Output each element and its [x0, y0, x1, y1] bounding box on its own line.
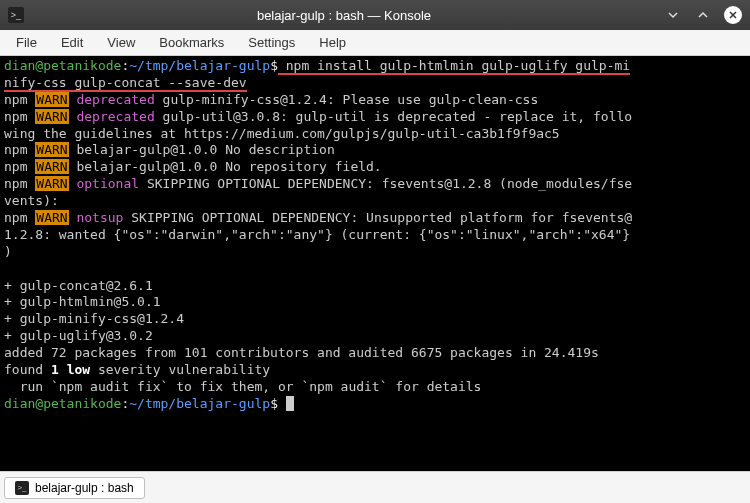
- pkg-2: + gulp-htmlmin@5.0.1: [4, 294, 161, 309]
- notsup-label: notsup: [76, 210, 123, 225]
- command-line1: npm install gulp-htmlmin gulp-uglify gul…: [278, 58, 630, 75]
- vuln-c: [59, 362, 67, 377]
- out-l2c: gulp-util@3.0.8: gulp-util is deprecated…: [155, 109, 632, 124]
- menu-view[interactable]: View: [95, 31, 147, 54]
- summary: added 72 packages from 101 contributors …: [4, 345, 599, 360]
- tabbar: >_ belajar-gulp : bash: [0, 471, 750, 503]
- out-l3: wing the guidelines at https://medium.co…: [4, 126, 560, 141]
- app-icon: >_: [8, 7, 24, 23]
- warn-badge: WARN: [35, 176, 68, 191]
- warn-badge: WARN: [35, 159, 68, 174]
- titlebar: >_ belajar-gulp : bash — Konsole: [0, 0, 750, 30]
- out-l4b: belajar-gulp@1.0.0 No description: [69, 142, 335, 157]
- terminal-tab[interactable]: >_ belajar-gulp : bash: [4, 477, 145, 499]
- prompt-userhost: dian@petanikode: [4, 396, 121, 411]
- menubar: File Edit View Bookmarks Settings Help: [0, 30, 750, 56]
- optional-label: optional: [76, 176, 139, 191]
- prompt-dollar: $: [270, 396, 278, 411]
- out-l10: ): [4, 244, 12, 259]
- close-button[interactable]: [724, 6, 742, 24]
- deprecated-label: deprecated: [76, 92, 154, 107]
- prompt-userhost: dian@petanikode: [4, 58, 121, 73]
- vuln-e: severity vulnerability: [90, 362, 270, 377]
- warn-badge: WARN: [35, 109, 68, 124]
- terminal-icon: >_: [15, 481, 29, 495]
- prompt-dollar: $: [270, 58, 278, 73]
- window-title: belajar-gulp : bash — Konsole: [24, 8, 664, 23]
- menu-edit[interactable]: Edit: [49, 31, 95, 54]
- out-l8a: npm: [4, 210, 35, 225]
- prompt-path: ~/tmp/belajar-gulp: [129, 396, 270, 411]
- out-l5a: npm: [4, 159, 35, 174]
- out-l6c: SKIPPING OPTIONAL DEPENDENCY: fsevents@1…: [139, 176, 632, 191]
- menu-bookmarks[interactable]: Bookmarks: [147, 31, 236, 54]
- out-l4a: npm: [4, 142, 35, 157]
- out-l6a: npm: [4, 176, 35, 191]
- vuln-severity: low: [67, 362, 90, 377]
- deprecated-label: deprecated: [76, 109, 154, 124]
- cursor: [286, 396, 294, 411]
- menu-help[interactable]: Help: [307, 31, 358, 54]
- out-l7: vents):: [4, 193, 59, 208]
- out-l1a: npm: [4, 92, 35, 107]
- vuln-a: found: [4, 362, 51, 377]
- out-l1c: gulp-minify-css@1.2.4: Please use gulp-c…: [155, 92, 539, 107]
- menu-file[interactable]: File: [4, 31, 49, 54]
- pkg-4: + gulp-uglify@3.0.2: [4, 328, 153, 343]
- command-line2: nify-css gulp-concat --save-dev: [4, 75, 247, 92]
- out-l2a: npm: [4, 109, 35, 124]
- minimize-button[interactable]: [664, 6, 682, 24]
- warn-badge: WARN: [35, 92, 68, 107]
- prompt-path: ~/tmp/belajar-gulp: [129, 58, 270, 73]
- audit-fix: run `npm audit fix` to fix them, or `npm…: [4, 379, 481, 394]
- out-l8c: SKIPPING OPTIONAL DEPENDENCY: Unsupporte…: [123, 210, 632, 225]
- terminal-output[interactable]: dian@petanikode:~/tmp/belajar-gulp$ npm …: [0, 56, 750, 471]
- warn-badge: WARN: [35, 210, 68, 225]
- tab-label: belajar-gulp : bash: [35, 481, 134, 495]
- menu-settings[interactable]: Settings: [236, 31, 307, 54]
- out-l5b: belajar-gulp@1.0.0 No repository field.: [69, 159, 382, 174]
- maximize-button[interactable]: [694, 6, 712, 24]
- pkg-1: + gulp-concat@2.6.1: [4, 278, 153, 293]
- out-l9: 1.2.8: wanted {"os":"darwin","arch":"any…: [4, 227, 630, 242]
- warn-badge: WARN: [35, 142, 68, 157]
- vuln-count: 1: [51, 362, 59, 377]
- pkg-3: + gulp-minify-css@1.2.4: [4, 311, 184, 326]
